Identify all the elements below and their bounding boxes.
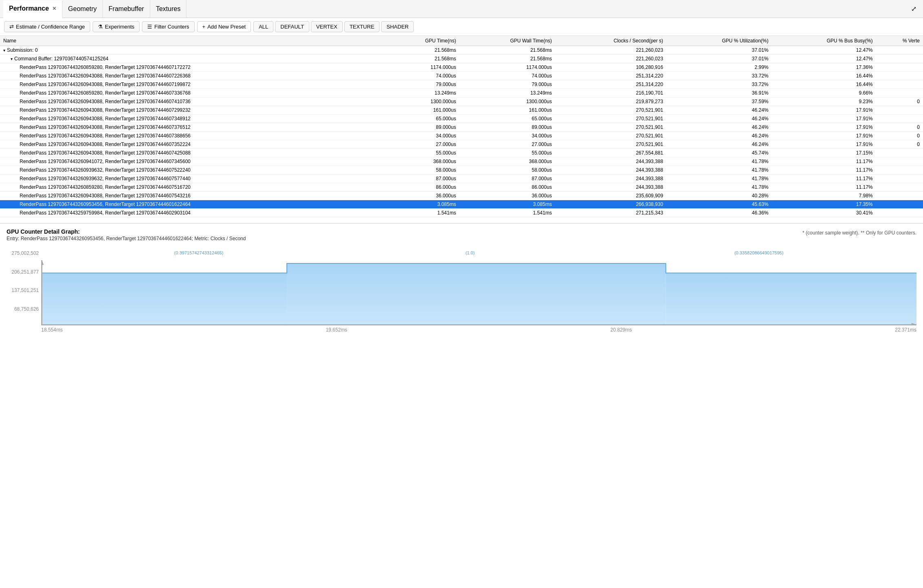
row-3-col-1: 74.000us — [385, 72, 459, 80]
expand-icon[interactable]: ⤢ — [908, 3, 920, 14]
estimate-button[interactable]: ⇄ Estimate / Confidence Range — [4, 21, 90, 32]
row-3-col-5: 16.44% — [772, 72, 876, 80]
tab-framebuffer[interactable]: Framebuffer — [103, 0, 150, 18]
row-10-col-3: 270,521,901 — [555, 132, 666, 140]
row-16-col-5: 11.17% — [772, 183, 876, 192]
table-row[interactable]: RenderPass 12970367443260943088, RenderT… — [0, 132, 923, 140]
table-row[interactable]: RenderPass 12970367443259759984, RenderT… — [0, 209, 923, 217]
experiments-icon: ⚗ — [98, 24, 103, 30]
toolbar: ⇄ Estimate / Confidence Range ⚗ Experime… — [0, 18, 923, 36]
tab-textures-label: Textures — [156, 5, 180, 13]
row-15-col-4: 41.78% — [666, 175, 772, 183]
row-0-col-2: 21.568ms — [459, 46, 555, 55]
row-name-14: RenderPass 12970367443260939632, RenderT… — [0, 166, 385, 175]
row-12-col-4: 45.74% — [666, 149, 772, 157]
tab-performance[interactable]: Performance ✕ — [3, 0, 62, 18]
chart-float-labels: (0.39715742743312465)(1.0)(0.33582086649… — [41, 250, 916, 260]
col-header-4: GPU % Utilization(%) — [666, 36, 772, 46]
tag-all[interactable]: ALL — [253, 21, 273, 32]
row-5-col-6 — [876, 89, 923, 97]
expand-arrow-0[interactable]: ▾ — [3, 48, 5, 53]
row-19-col-6 — [876, 209, 923, 217]
row-19-col-3: 271,215,343 — [555, 209, 666, 217]
table-row[interactable]: RenderPass 12970367443260943088, RenderT… — [0, 80, 923, 89]
y-label: 275,002,502 — [7, 250, 39, 256]
tag-vertex[interactable]: VERTEX — [311, 21, 343, 32]
row-18-col-3: 266,938,930 — [555, 200, 666, 209]
table-row[interactable]: RenderPass 12970367443260943088, RenderT… — [0, 106, 923, 115]
table-row[interactable]: RenderPass 12970367443260859280, RenderT… — [0, 63, 923, 72]
table-row[interactable]: ▾Command Buffer: 1297036744057412526421.… — [0, 55, 923, 63]
row-3-col-3: 251,314,220 — [555, 72, 666, 80]
tag-default[interactable]: DEFAULT — [275, 21, 309, 32]
detail-section: GPU Counter Detail Graph: Entry: RenderP… — [0, 223, 923, 334]
row-11-col-2: 27.000us — [459, 140, 555, 149]
row-12-col-3: 267,554,881 — [555, 149, 666, 157]
table-row[interactable]: RenderPass 12970367443260939632, RenderT… — [0, 166, 923, 175]
estimate-icon: ⇄ — [9, 24, 14, 30]
row-5-col-3: 216,190,701 — [555, 89, 666, 97]
expand-arrow-1[interactable]: ▾ — [11, 57, 13, 61]
filter-button[interactable]: ☰ Filter Counters — [142, 21, 194, 32]
tab-framebuffer-label: Framebuffer — [109, 5, 144, 13]
svg-rect-1 — [42, 273, 287, 325]
row-9-col-5: 17.91% — [772, 123, 876, 132]
table-row[interactable]: RenderPass 12970367443260943088, RenderT… — [0, 72, 923, 80]
row-11-col-6: 0 — [876, 140, 923, 149]
tab-textures[interactable]: Textures — [150, 0, 186, 18]
x-label: 19.652ms — [326, 327, 347, 333]
table-row[interactable]: RenderPass 12970367443260943088, RenderT… — [0, 192, 923, 200]
row-0-col-4: 37.01% — [666, 46, 772, 55]
table-row[interactable]: RenderPass 12970367443260941072, RenderT… — [0, 157, 923, 166]
row-15-col-2: 87.000us — [459, 175, 555, 183]
preset-label: Add New Preset — [207, 24, 246, 30]
table-row[interactable]: RenderPass 12970367443260943088, RenderT… — [0, 123, 923, 132]
table-row[interactable]: RenderPass 12970367443260953456, RenderT… — [0, 200, 923, 209]
row-name-0: ▾Submission: 0 — [0, 46, 385, 55]
col-header-5: GPU % Bus Busy(%) — [772, 36, 876, 46]
row-4-col-2: 79.000us — [459, 80, 555, 89]
x-label: 18.554ms — [41, 327, 63, 333]
table-row[interactable]: ▾Submission: 021.568ms21.568ms221,260,02… — [0, 46, 923, 55]
table-row[interactable]: RenderPass 12970367443260943088, RenderT… — [0, 115, 923, 123]
tag-texture[interactable]: TEXTURE — [344, 21, 380, 32]
table-row[interactable]: RenderPass 12970367443260943088, RenderT… — [0, 97, 923, 106]
row-8-col-6 — [876, 115, 923, 123]
table-row[interactable]: RenderPass 12970367443260859280, RenderT… — [0, 89, 923, 97]
table-row[interactable]: RenderPass 12970367443260943088, RenderT… — [0, 140, 923, 149]
row-2-col-6 — [876, 63, 923, 72]
filter-tags: ALLDEFAULTVERTEXTEXTURESHADER — [253, 21, 414, 32]
svg-marker-5 — [41, 260, 44, 265]
row-16-col-2: 86.000us — [459, 183, 555, 192]
row-14-col-2: 58.000us — [459, 166, 555, 175]
row-18-col-5: 17.35% — [772, 200, 876, 209]
table-row[interactable]: RenderPass 12970367443260943088, RenderT… — [0, 149, 923, 157]
filter-icon: ☰ — [147, 24, 152, 30]
row-13-col-1: 368.000us — [385, 157, 459, 166]
row-4-col-5: 16.44% — [772, 80, 876, 89]
table-container[interactable]: NameGPU Time(ns)GPU Wall Time(ns)Clocks … — [0, 36, 923, 223]
row-2-col-4: 2.99% — [666, 63, 772, 72]
row-6-col-6: 0 — [876, 97, 923, 106]
row-13-col-2: 368.000us — [459, 157, 555, 166]
row-0-col-5: 12.47% — [772, 46, 876, 55]
experiments-button[interactable]: ⚗ Experiments — [93, 21, 140, 32]
row-1-col-6 — [876, 55, 923, 63]
tag-shader[interactable]: SHADER — [381, 21, 414, 32]
tab-performance-close[interactable]: ✕ — [52, 6, 56, 11]
row-14-col-1: 58.000us — [385, 166, 459, 175]
tab-geometry[interactable]: Geometry — [62, 0, 103, 18]
y-axis: 275,002,502206,251,877137,501,25168,750,… — [7, 250, 41, 334]
add-preset-button[interactable]: + Add New Preset — [197, 21, 251, 32]
row-19-col-1: 1.541ms — [385, 209, 459, 217]
table-row[interactable]: RenderPass 12970367443260939632, RenderT… — [0, 175, 923, 183]
row-18-col-6 — [876, 200, 923, 209]
row-11-col-3: 270,521,901 — [555, 140, 666, 149]
row-2-col-5: 17.36% — [772, 63, 876, 72]
detail-title: GPU Counter Detail Graph: — [7, 228, 246, 235]
table-row[interactable]: RenderPass 12970367443260859280, RenderT… — [0, 183, 923, 192]
x-label: 22.371ms — [895, 327, 916, 333]
row-18-col-1: 3.085ms — [385, 200, 459, 209]
experiments-label: Experiments — [105, 24, 134, 30]
row-7-col-6 — [876, 106, 923, 115]
